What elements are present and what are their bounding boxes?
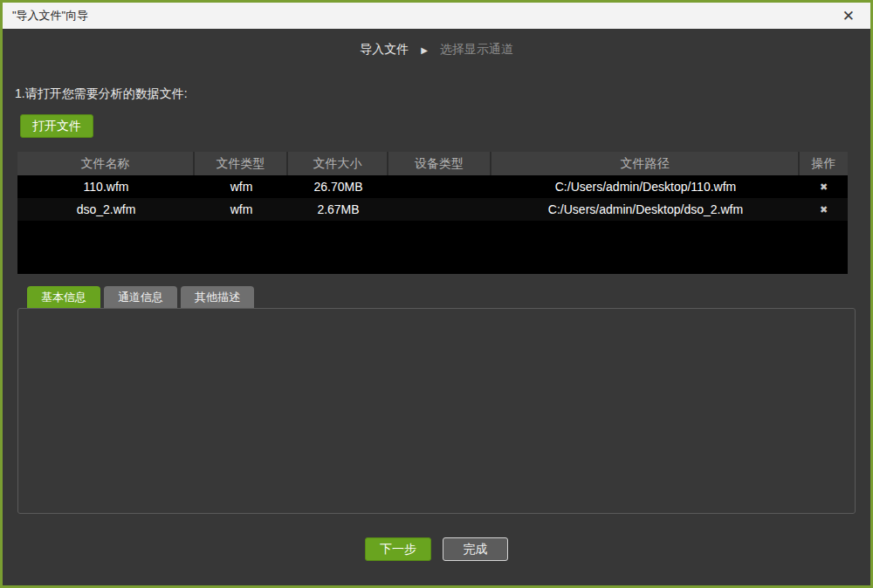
close-icon[interactable]: ✕ — [839, 7, 858, 25]
cell-file-name: dso_2.wfm — [17, 198, 195, 221]
delete-row-icon[interactable]: ✖ — [820, 205, 828, 215]
header-device-type: 设备类型 — [388, 152, 491, 175]
header-file-name: 文件名称 — [17, 152, 195, 175]
step-arrow-icon: ▶ — [421, 45, 428, 55]
titlebar: "导入文件"向导 ✕ — [3, 3, 870, 29]
cell-device-type — [388, 198, 491, 221]
cell-device-type — [388, 175, 491, 198]
cell-file-size: 2.67MB — [288, 198, 388, 221]
info-tabs: 基本信息 通道信息 其他描述 — [27, 286, 870, 308]
tab-basic-info[interactable]: 基本信息 — [27, 286, 100, 308]
instruction-text: 1.请打开您需要分析的数据文件: — [15, 86, 870, 102]
tab-other-desc[interactable]: 其他描述 — [181, 286, 254, 308]
header-file-size: 文件大小 — [288, 152, 388, 175]
cell-file-name: 110.wfm — [17, 175, 195, 198]
step-indicator: 导入文件 ▶ 选择显示通道 — [3, 41, 870, 58]
header-file-type: 文件类型 — [195, 152, 288, 175]
cell-file-type: wfm — [195, 198, 288, 221]
next-step-button[interactable]: 下一步 — [365, 537, 431, 561]
table-row[interactable]: dso_2.wfm wfm 2.67MB C:/Users/admin/Desk… — [17, 198, 848, 221]
header-action: 操作 — [800, 152, 848, 175]
file-table: 文件名称 文件类型 文件大小 设备类型 文件路径 操作 110.wfm wfm … — [17, 152, 848, 274]
file-table-header: 文件名称 文件类型 文件大小 设备类型 文件路径 操作 — [17, 152, 848, 175]
info-panel — [17, 308, 856, 514]
step-current: 导入文件 — [360, 42, 409, 58]
finish-button[interactable]: 完成 — [443, 537, 508, 561]
header-file-path: 文件路径 — [491, 152, 800, 175]
cell-file-path: C:/Users/admin/Desktop/dso_2.wfm — [491, 198, 800, 221]
table-row[interactable]: 110.wfm wfm 26.70MB C:/Users/admin/Deskt… — [17, 175, 848, 198]
step-next: 选择显示通道 — [440, 42, 513, 58]
window-title: "导入文件"向导 — [12, 8, 839, 24]
delete-row-icon[interactable]: ✖ — [820, 182, 828, 192]
cell-file-type: wfm — [195, 175, 288, 198]
cell-file-path: C:/Users/admin/Desktop/110.wfm — [491, 175, 800, 198]
footer: 下一步 完成 — [3, 537, 870, 561]
open-file-button[interactable]: 打开文件 — [20, 114, 93, 138]
cell-file-size: 26.70MB — [288, 175, 388, 198]
tab-channel-info[interactable]: 通道信息 — [104, 286, 177, 308]
import-file-wizard-dialog: "导入文件"向导 ✕ 导入文件 ▶ 选择显示通道 1.请打开您需要分析的数据文件… — [0, 0, 873, 588]
